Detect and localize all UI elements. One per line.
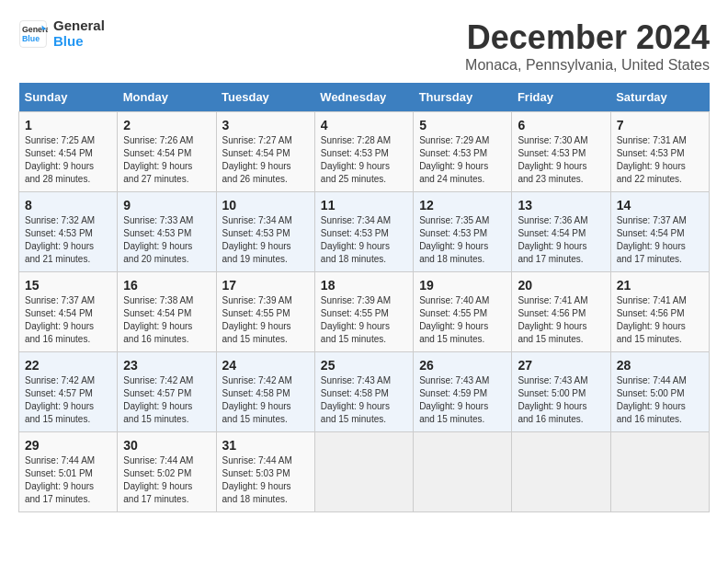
day-number: 12 xyxy=(419,198,506,213)
day-info: Sunrise: 7:43 AMSunset: 4:59 PMDaylight:… xyxy=(419,374,506,426)
day-number: 4 xyxy=(321,118,407,132)
calendar-cell: 31Sunrise: 7:44 AMSunset: 5:03 PMDayligh… xyxy=(216,432,314,512)
day-info: Sunrise: 7:34 AMSunset: 4:53 PMDaylight:… xyxy=(321,214,407,266)
svg-text:Blue: Blue xyxy=(22,34,40,43)
calendar-table: Sunday Monday Tuesday Wednesday Thursday… xyxy=(18,83,710,512)
calendar-cell: 7Sunrise: 7:31 AMSunset: 4:53 PMDaylight… xyxy=(610,112,709,192)
month-year-title: December 2024 xyxy=(465,18,710,57)
calendar-cell xyxy=(610,432,709,512)
day-info: Sunrise: 7:42 AMSunset: 4:58 PMDaylight:… xyxy=(222,374,309,426)
day-number: 29 xyxy=(25,438,111,453)
calendar-cell: 13Sunrise: 7:36 AMSunset: 4:54 PMDayligh… xyxy=(512,192,610,272)
day-number: 15 xyxy=(25,278,111,293)
calendar-cell: 8Sunrise: 7:32 AMSunset: 4:53 PMDaylight… xyxy=(19,192,118,272)
header-thursday: Thursday xyxy=(414,83,512,112)
calendar-week-3: 15Sunrise: 7:37 AMSunset: 4:54 PMDayligh… xyxy=(19,272,710,352)
day-info: Sunrise: 7:43 AMSunset: 5:00 PMDaylight:… xyxy=(518,374,604,426)
calendar-cell: 10Sunrise: 7:34 AMSunset: 4:53 PMDayligh… xyxy=(216,192,314,272)
day-info: Sunrise: 7:26 AMSunset: 4:54 PMDaylight:… xyxy=(123,134,210,186)
calendar-cell: 24Sunrise: 7:42 AMSunset: 4:58 PMDayligh… xyxy=(216,352,314,432)
day-info: Sunrise: 7:42 AMSunset: 4:57 PMDaylight:… xyxy=(123,374,210,426)
calendar-cell: 27Sunrise: 7:43 AMSunset: 5:00 PMDayligh… xyxy=(512,352,610,432)
calendar-cell: 29Sunrise: 7:44 AMSunset: 5:01 PMDayligh… xyxy=(19,432,118,512)
logo-icon: General Blue xyxy=(18,19,48,49)
day-info: Sunrise: 7:39 AMSunset: 4:55 PMDaylight:… xyxy=(222,294,309,346)
day-number: 24 xyxy=(222,358,309,373)
svg-text:General: General xyxy=(22,25,48,34)
header-friday: Friday xyxy=(512,83,610,112)
day-info: Sunrise: 7:37 AMSunset: 4:54 PMDaylight:… xyxy=(25,294,111,346)
header-monday: Monday xyxy=(118,83,216,112)
calendar-cell: 28Sunrise: 7:44 AMSunset: 5:00 PMDayligh… xyxy=(610,352,709,432)
day-info: Sunrise: 7:44 AMSunset: 5:02 PMDaylight:… xyxy=(123,454,210,506)
day-number: 28 xyxy=(617,358,703,373)
day-info: Sunrise: 7:40 AMSunset: 4:55 PMDaylight:… xyxy=(419,294,506,346)
day-number: 23 xyxy=(123,358,210,373)
day-info: Sunrise: 7:27 AMSunset: 4:54 PMDaylight:… xyxy=(222,134,309,186)
day-number: 13 xyxy=(518,198,604,213)
day-number: 8 xyxy=(25,198,111,213)
day-number: 30 xyxy=(123,438,210,453)
day-number: 9 xyxy=(123,198,210,213)
day-number: 11 xyxy=(321,198,407,213)
calendar-week-4: 22Sunrise: 7:42 AMSunset: 4:57 PMDayligh… xyxy=(19,352,710,432)
day-number: 1 xyxy=(25,118,111,132)
calendar-body: 1Sunrise: 7:25 AMSunset: 4:54 PMDaylight… xyxy=(19,112,710,512)
day-number: 17 xyxy=(222,278,309,293)
calendar-cell: 19Sunrise: 7:40 AMSunset: 4:55 PMDayligh… xyxy=(414,272,512,352)
calendar-cell xyxy=(512,432,610,512)
day-info: Sunrise: 7:39 AMSunset: 4:55 PMDaylight:… xyxy=(321,294,407,346)
day-number: 16 xyxy=(123,278,210,293)
logo-line2: Blue xyxy=(53,34,105,50)
calendar-week-5: 29Sunrise: 7:44 AMSunset: 5:01 PMDayligh… xyxy=(19,432,710,512)
day-number: 18 xyxy=(321,278,407,293)
day-info: Sunrise: 7:35 AMSunset: 4:53 PMDaylight:… xyxy=(419,214,506,266)
title-section: December 2024 Monaca, Pennsylvania, Unit… xyxy=(465,18,710,74)
header-tuesday: Tuesday xyxy=(216,83,314,112)
day-number: 19 xyxy=(419,278,506,293)
header-row: Sunday Monday Tuesday Wednesday Thursday… xyxy=(19,83,710,112)
calendar-cell: 1Sunrise: 7:25 AMSunset: 4:54 PMDaylight… xyxy=(19,112,118,192)
calendar-cell: 11Sunrise: 7:34 AMSunset: 4:53 PMDayligh… xyxy=(314,192,413,272)
day-number: 6 xyxy=(518,118,604,132)
day-number: 14 xyxy=(617,198,703,213)
calendar-cell: 12Sunrise: 7:35 AMSunset: 4:53 PMDayligh… xyxy=(414,192,512,272)
calendar-cell: 9Sunrise: 7:33 AMSunset: 4:53 PMDaylight… xyxy=(118,192,216,272)
header-saturday: Saturday xyxy=(610,83,709,112)
day-number: 20 xyxy=(518,278,604,293)
calendar-cell xyxy=(414,432,512,512)
header-wednesday: Wednesday xyxy=(314,83,413,112)
calendar-cell: 14Sunrise: 7:37 AMSunset: 4:54 PMDayligh… xyxy=(610,192,709,272)
calendar-cell: 22Sunrise: 7:42 AMSunset: 4:57 PMDayligh… xyxy=(19,352,118,432)
calendar-cell: 6Sunrise: 7:30 AMSunset: 4:53 PMDaylight… xyxy=(512,112,610,192)
calendar-cell: 26Sunrise: 7:43 AMSunset: 4:59 PMDayligh… xyxy=(414,352,512,432)
calendar-cell xyxy=(314,432,413,512)
day-number: 22 xyxy=(25,358,111,373)
day-info: Sunrise: 7:44 AMSunset: 5:03 PMDaylight:… xyxy=(222,454,309,506)
logo: General Blue General Blue xyxy=(18,18,105,49)
calendar-cell: 5Sunrise: 7:29 AMSunset: 4:53 PMDaylight… xyxy=(414,112,512,192)
calendar-header: Sunday Monday Tuesday Wednesday Thursday… xyxy=(19,83,710,112)
day-number: 25 xyxy=(321,358,407,373)
calendar-week-1: 1Sunrise: 7:25 AMSunset: 4:54 PMDaylight… xyxy=(19,112,710,192)
day-number: 27 xyxy=(518,358,604,373)
location-label: Monaca, Pennsylvania, United States xyxy=(465,57,710,74)
day-info: Sunrise: 7:38 AMSunset: 4:54 PMDaylight:… xyxy=(123,294,210,346)
day-number: 7 xyxy=(617,118,703,132)
day-number: 26 xyxy=(419,358,506,373)
calendar-cell: 2Sunrise: 7:26 AMSunset: 4:54 PMDaylight… xyxy=(118,112,216,192)
day-info: Sunrise: 7:28 AMSunset: 4:53 PMDaylight:… xyxy=(321,134,407,186)
calendar-cell: 3Sunrise: 7:27 AMSunset: 4:54 PMDaylight… xyxy=(216,112,314,192)
day-number: 3 xyxy=(222,118,309,132)
calendar-cell: 21Sunrise: 7:41 AMSunset: 4:56 PMDayligh… xyxy=(610,272,709,352)
calendar-cell: 20Sunrise: 7:41 AMSunset: 4:56 PMDayligh… xyxy=(512,272,610,352)
day-info: Sunrise: 7:41 AMSunset: 4:56 PMDaylight:… xyxy=(518,294,604,346)
calendar-cell: 16Sunrise: 7:38 AMSunset: 4:54 PMDayligh… xyxy=(118,272,216,352)
day-info: Sunrise: 7:36 AMSunset: 4:54 PMDaylight:… xyxy=(518,214,604,266)
page-header: General Blue General Blue December 2024 … xyxy=(18,18,710,74)
day-info: Sunrise: 7:33 AMSunset: 4:53 PMDaylight:… xyxy=(123,214,210,266)
day-number: 2 xyxy=(123,118,210,132)
day-info: Sunrise: 7:44 AMSunset: 5:01 PMDaylight:… xyxy=(25,454,111,506)
day-info: Sunrise: 7:41 AMSunset: 4:56 PMDaylight:… xyxy=(617,294,703,346)
day-info: Sunrise: 7:42 AMSunset: 4:57 PMDaylight:… xyxy=(25,374,111,426)
